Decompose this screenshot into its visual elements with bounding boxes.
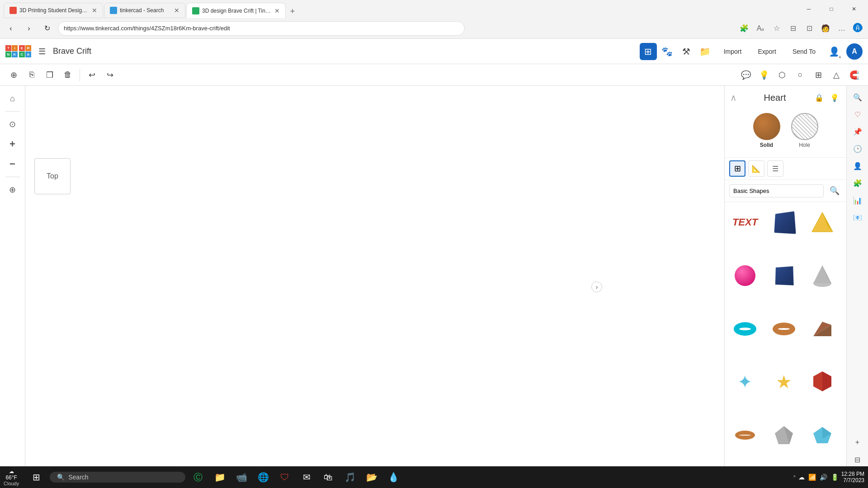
- undo-button[interactable]: ↩: [84, 67, 100, 83]
- shapes-search-button[interactable]: 🔍: [827, 183, 842, 198]
- shapes-list-btn[interactable]: ☰: [767, 160, 783, 177]
- back-button[interactable]: ‹: [4, 21, 18, 36]
- copy-button[interactable]: ⎘: [24, 67, 40, 83]
- browser-tab-1[interactable]: 3D Printing Student Design Cha... ✕: [4, 3, 103, 18]
- shape-item-pyramid[interactable]: [807, 206, 838, 238]
- shape-item-sphere[interactable]: [729, 260, 761, 291]
- shape-item-wedge[interactable]: [807, 313, 838, 345]
- refresh-button[interactable]: ↻: [40, 21, 54, 36]
- tab-close-2[interactable]: ✕: [174, 7, 179, 14]
- system-tray-expand[interactable]: ^: [793, 475, 796, 480]
- sidebar-profile-icon[interactable]: 👤: [850, 158, 865, 174]
- sidebar-history-icon[interactable]: 🕒: [850, 141, 865, 156]
- taskbar-search[interactable]: 🔍 Search: [50, 472, 185, 483]
- sidebar-outlook-icon[interactable]: 📧: [850, 210, 865, 225]
- browser-tab-3[interactable]: 3D design Brave Crift | Tinkercad ✕: [186, 3, 286, 18]
- import-button[interactable]: Import: [717, 45, 748, 58]
- taskbar-app-copilot[interactable]: Ⓒ: [189, 468, 207, 486]
- maximize-button[interactable]: □: [821, 2, 842, 16]
- hole-option[interactable]: Hole: [791, 113, 818, 148]
- sidebar-add-icon[interactable]: +: [850, 435, 865, 450]
- sidebar-favorites-icon[interactable]: ♡: [850, 107, 865, 122]
- zoom-fit-button[interactable]: ⊙: [4, 115, 22, 133]
- duplicate-button[interactable]: ❐: [42, 67, 58, 83]
- taskbar-datetime[interactable]: 12:28 PM 7/7/2023: [841, 471, 864, 483]
- forward-button[interactable]: ›: [22, 21, 36, 36]
- canvas-container[interactable]: Top 0° ⟳: [25, 86, 724, 488]
- tinkercad-logo[interactable]: T I N K E R C A: [5, 45, 31, 57]
- shape-item-gem-grey[interactable]: [768, 419, 800, 451]
- taskbar-app-files[interactable]: 📂: [363, 468, 381, 486]
- start-button[interactable]: ⊞: [26, 467, 46, 487]
- solid-option[interactable]: Solid: [753, 113, 780, 148]
- reset-view-button[interactable]: ⊕: [4, 181, 22, 199]
- zoom-in-button[interactable]: +: [4, 135, 22, 153]
- sidebar-chart-icon[interactable]: 📊: [850, 192, 865, 208]
- hamburger-menu[interactable]: ☰: [35, 44, 49, 59]
- redo-button[interactable]: ↪: [102, 67, 118, 83]
- shape-item-star-gold[interactable]: ★: [768, 366, 800, 398]
- more-icon[interactable]: …: [835, 22, 848, 35]
- add-user-icon[interactable]: 👤 +: [826, 43, 843, 60]
- hint-button[interactable]: 💡: [756, 67, 772, 83]
- shape-item-box2[interactable]: [768, 260, 800, 291]
- shape-item-cone[interactable]: [807, 260, 838, 291]
- collections-icon[interactable]: ⊡: [803, 22, 816, 35]
- magnet-tool-button[interactable]: 🧲: [846, 67, 863, 83]
- shape-item-text3d[interactable]: TEXT: [729, 206, 761, 238]
- delete-button[interactable]: 🗑: [60, 67, 76, 83]
- shape-item-pipe[interactable]: [768, 313, 800, 345]
- taskbar-app-dropbox[interactable]: 💧: [384, 468, 402, 486]
- shapes-category-dropdown[interactable]: Basic Shapes: [729, 184, 824, 197]
- grid-view-icon[interactable]: ⊞: [640, 43, 657, 60]
- taskbar-app-media[interactable]: 🎵: [341, 468, 359, 486]
- user-avatar[interactable]: A: [846, 43, 863, 60]
- taskbar-app-edge[interactable]: 🌐: [254, 468, 272, 486]
- new-tab-button[interactable]: +: [286, 5, 299, 18]
- send-to-button[interactable]: Send To: [786, 45, 822, 58]
- shape-item-torus[interactable]: [729, 313, 761, 345]
- shapes-grid-view-btn[interactable]: ⊞: [729, 160, 745, 177]
- tab-close-3[interactable]: ✕: [274, 7, 280, 14]
- reader-icon[interactable]: Aₐ: [754, 22, 767, 35]
- paw-icon[interactable]: 🐾: [659, 43, 676, 60]
- shape-item-star-blue[interactable]: ✦: [729, 366, 761, 398]
- taskbar-app-shield[interactable]: 🛡: [276, 468, 294, 486]
- taskbar-app-video[interactable]: 📹: [232, 468, 250, 486]
- taskbar-app-mail[interactable]: ✉: [297, 468, 316, 486]
- home-button[interactable]: ⌂: [4, 89, 22, 108]
- zoom-out-button[interactable]: −: [4, 155, 22, 173]
- close-button[interactable]: ✕: [844, 2, 864, 16]
- shape-item-box-blue[interactable]: [768, 206, 800, 238]
- triangle-tool-button[interactable]: △: [828, 67, 844, 83]
- favorite-icon[interactable]: ☆: [770, 22, 783, 35]
- export-button[interactable]: Export: [751, 45, 782, 58]
- sidebar-pin-icon[interactable]: 📌: [850, 124, 865, 139]
- shape-item-gem-blue[interactable]: [807, 419, 838, 451]
- new-shape-button[interactable]: ⊕: [5, 67, 22, 83]
- lock-icon[interactable]: 🔒: [813, 91, 826, 104]
- taskbar-app-store[interactable]: 🛍: [319, 468, 337, 486]
- split-icon[interactable]: ⊟: [787, 22, 799, 35]
- comment-button[interactable]: 💬: [738, 67, 754, 83]
- extensions-icon[interactable]: 🧩: [738, 22, 750, 35]
- folder-icon[interactable]: 📁: [697, 43, 714, 60]
- shapes-ruler-btn[interactable]: 📐: [748, 160, 764, 177]
- shape-item-ring[interactable]: [729, 419, 761, 451]
- light-icon[interactable]: 💡: [828, 91, 841, 104]
- browser-tab-2[interactable]: tinkercad - Search ✕: [104, 3, 185, 18]
- minimize-button[interactable]: ─: [798, 2, 819, 16]
- profile-icon[interactable]: 🧑: [819, 22, 832, 35]
- circle-tool-button[interactable]: ○: [792, 67, 808, 83]
- address-bar[interactable]: https://www.tinkercad.com/things/4ZSZm18…: [58, 21, 465, 36]
- shape-tool-button[interactable]: ⬡: [774, 67, 790, 83]
- panel-collapse-button[interactable]: ›: [591, 282, 602, 292]
- sidebar-search-icon[interactable]: 🔍: [850, 89, 865, 105]
- shape-item-hexagon[interactable]: [807, 366, 838, 398]
- panel-collapse-arrow[interactable]: ∧: [730, 92, 737, 103]
- taskbar-app-explorer[interactable]: 📁: [211, 468, 229, 486]
- grid-tool-button[interactable]: ⊞: [810, 67, 826, 83]
- sidebar-columns-icon[interactable]: ⊟: [850, 452, 865, 467]
- tab-close-1[interactable]: ✕: [92, 7, 97, 14]
- sidebar-puzzle-icon[interactable]: 🧩: [850, 175, 865, 191]
